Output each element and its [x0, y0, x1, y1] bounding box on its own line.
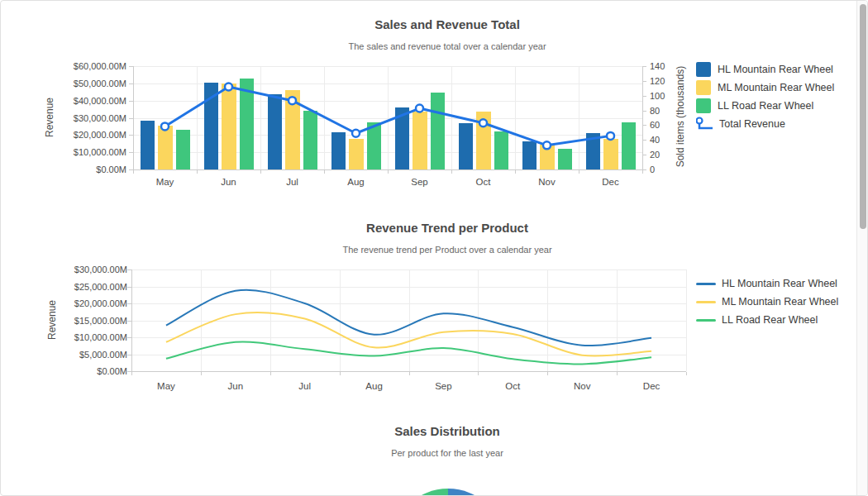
right-axis-tick-label: 0 — [650, 165, 683, 174]
x-axis-tick-label: Aug — [331, 177, 381, 187]
left-axis-tick-label: $0.00M — [55, 165, 126, 174]
left-axis-tick-label: $5,000.00M — [55, 350, 127, 360]
x-axis-tick-label: Nov — [557, 381, 607, 391]
line-marker[interactable] — [543, 141, 551, 149]
axis-tick — [270, 372, 271, 375]
left-axis-title-revenue: Revenue — [44, 98, 55, 137]
x-axis-tick-label: Sep — [418, 381, 468, 391]
dashboard-page: Sales and Revenue Total The sales and re… — [0, 0, 868, 496]
legend-line-swatch-icon — [696, 301, 716, 303]
right-axis-tick-label: 60 — [650, 120, 683, 130]
legend-bar-swatch-icon — [696, 62, 711, 77]
axis-tick — [642, 111, 646, 112]
legend-item-hl-mountain-rear-wheel[interactable]: HL Mountain Rear Wheel — [696, 274, 838, 293]
legend-label: Total Revenue — [719, 118, 785, 130]
axis-tick — [642, 81, 646, 82]
revenue-trend-lines-layer — [131, 269, 686, 371]
x-axis-tick-label: Jul — [280, 381, 330, 391]
left-axis-tick-label: $10,000.00M — [55, 147, 126, 157]
vertical-scrollbar-thumb[interactable] — [860, 4, 866, 229]
x-axis-tick-label: Jun — [211, 381, 260, 391]
right-axis-tick-label: 140 — [650, 61, 683, 71]
x-axis-tick-label: May — [141, 177, 190, 187]
right-axis-tick-label: 20 — [650, 150, 683, 160]
legend-line-swatch-icon — [696, 319, 716, 322]
axis-tick — [547, 372, 548, 375]
legend-label: HL Mountain Rear Wheel — [722, 278, 837, 289]
vertical-scrollbar-track[interactable] — [856, 1, 867, 495]
axis-tick — [579, 170, 579, 174]
legend-label: ML Mountain Rear Wheel — [718, 82, 834, 93]
x-axis-tick-label: Oct — [459, 177, 508, 187]
legend-item-hl-mountain-rear-wheel[interactable]: HL Mountain Rear Wheel — [696, 60, 834, 79]
sales-revenue-legend: HL Mountain Rear WheelML Mountain Rear W… — [696, 60, 834, 133]
legend-line-marker-icon — [696, 117, 714, 131]
axis-tick — [409, 372, 410, 375]
line-marker[interactable] — [161, 122, 169, 130]
left-axis-tick-label: $30,000.00M — [55, 265, 127, 274]
line-marker[interactable] — [225, 83, 232, 91]
sales-revenue-chart-title: Sales and Revenue Total — [34, 17, 861, 31]
right-axis-tick-label: 120 — [650, 76, 683, 86]
axis-tick — [642, 140, 646, 141]
legend-label: ML Mountain Rear Wheel — [722, 296, 838, 308]
left-axis-tick-label: $25,000.00M — [55, 282, 127, 292]
sales-distribution-pie[interactable] — [392, 489, 504, 496]
legend-label: LL Road Rear Wheel — [722, 314, 818, 326]
axis-tick — [131, 372, 132, 375]
revenue-trend-chart-title: Revenue Trend per Product — [34, 221, 861, 235]
left-axis-tick-label: $40,000.00M — [55, 96, 126, 106]
right-axis-tick-label: 100 — [650, 91, 683, 101]
line-marker[interactable] — [352, 130, 360, 137]
gridline — [686, 269, 687, 371]
sales-distribution-chart-title: Sales Distribution — [34, 424, 861, 438]
left-axis-tick-label: $15,000.00M — [55, 316, 127, 326]
legend-item-total-revenue[interactable]: Total Revenue — [696, 115, 834, 133]
sales-distribution-chart-subtitle: Per product for the last year — [34, 448, 861, 458]
legend-item-ll-road-rear-wheel[interactable]: LL Road Rear Wheel — [696, 97, 834, 115]
x-axis-tick-label: Sep — [395, 177, 445, 187]
line-marker[interactable] — [416, 105, 423, 112]
axis-tick — [617, 372, 618, 375]
axis-tick — [478, 372, 479, 375]
revenue-trend-chart-subtitle: The revenue trend per Product over a cal… — [34, 245, 861, 255]
axis-tick — [340, 372, 341, 375]
revenue-trend-legend: HL Mountain Rear WheelML Mountain Rear W… — [696, 274, 838, 329]
legend-item-ml-mountain-rear-wheel[interactable]: ML Mountain Rear Wheel — [696, 293, 838, 311]
axis-tick — [642, 96, 646, 97]
axis-tick — [686, 372, 687, 375]
left-axis-tick-label: $60,000.00M — [55, 61, 126, 71]
line-marker[interactable] — [289, 97, 296, 104]
x-axis-tick-label: Jun — [204, 177, 254, 187]
line-marker[interactable] — [607, 132, 614, 140]
left-axis-tick-label: $10,000.00M — [55, 332, 127, 342]
axis-tick — [451, 170, 452, 174]
x-axis-tick-label: Oct — [488, 381, 537, 391]
total-revenue-line[interactable] — [165, 87, 611, 145]
axis-tick — [260, 170, 261, 174]
axis-tick — [201, 372, 202, 375]
axis-tick — [642, 125, 646, 126]
trend-line-ml-mountain-rear-wheel[interactable] — [166, 312, 651, 356]
axis-tick — [388, 170, 389, 174]
trend-line-hl-mountain-rear-wheel[interactable] — [166, 290, 651, 346]
x-axis-tick-label: Aug — [350, 381, 399, 391]
axis-tick — [197, 170, 198, 174]
x-axis-tick-label: May — [141, 381, 191, 391]
axis-tick — [324, 170, 325, 174]
right-axis-tick-label: 40 — [650, 135, 683, 145]
left-axis-tick-label: $20,000.00M — [55, 298, 127, 308]
left-axis-tick-label: $20,000.00M — [55, 130, 126, 140]
legend-item-ml-mountain-rear-wheel[interactable]: ML Mountain Rear Wheel — [696, 79, 834, 97]
legend-line-swatch-icon — [696, 283, 716, 285]
axis-tick — [642, 66, 646, 67]
line-marker[interactable] — [479, 119, 487, 126]
sales-revenue-chart-subtitle: The sales and revenue total over a calen… — [34, 41, 861, 51]
axis-tick — [642, 170, 643, 174]
left-axis-tick-label: $30,000.00M — [55, 113, 126, 123]
left-axis-tick-label: $0.00M — [55, 366, 127, 376]
x-axis-tick-label: Jul — [268, 177, 317, 187]
legend-item-ll-road-rear-wheel[interactable]: LL Road Rear Wheel — [696, 311, 838, 329]
axis-tick — [642, 155, 646, 155]
total-revenue-line-layer — [133, 66, 642, 169]
